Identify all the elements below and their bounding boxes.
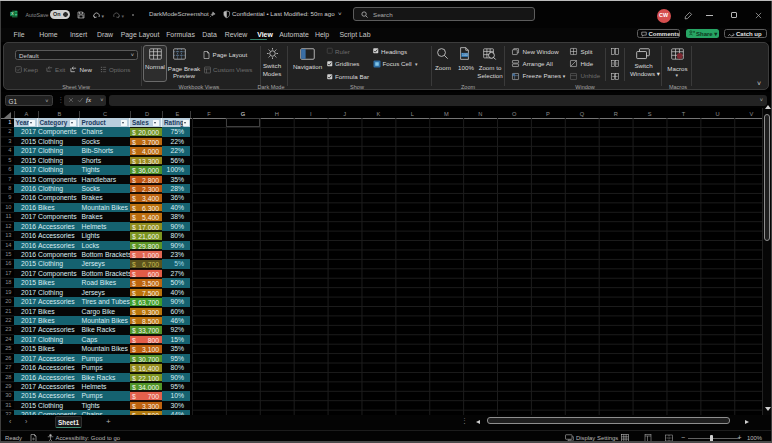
svg-text:X: X <box>11 11 14 16</box>
svg-text:100: 100 <box>462 53 468 57</box>
